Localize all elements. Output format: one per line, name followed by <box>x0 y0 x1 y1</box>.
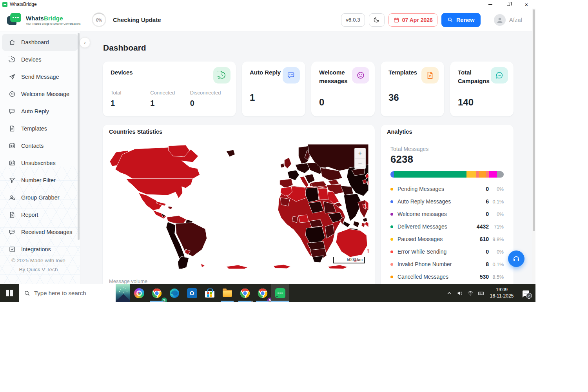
support-fab-button[interactable] <box>508 250 524 267</box>
legend-count: 6 <box>486 198 489 205</box>
wifi-icon[interactable] <box>465 284 475 302</box>
sidebar-item-auto-reply[interactable]: Auto Reply <box>2 103 78 120</box>
brand-logo: WhatsBridge Your Trusted Bridge to Smart… <box>7 13 84 27</box>
map-zoom-in-button[interactable]: + <box>355 148 365 158</box>
stat-label: Disconnected <box>190 90 230 96</box>
sidebar-item-send-message[interactable]: Send Message <box>2 68 78 85</box>
touch-keyboard-icon[interactable] <box>475 284 486 302</box>
taskbar-app-chrome[interactable] <box>236 284 254 302</box>
tray-chevron-up-icon[interactable] <box>444 284 454 302</box>
legend-percent: 0% <box>492 249 504 255</box>
theme-toggle-button[interactable] <box>369 13 385 27</box>
notification-badge: 2 <box>526 293 532 299</box>
taskbar-app-whatsbridge[interactable] <box>271 284 289 302</box>
chat-dots-icon <box>283 67 300 83</box>
taskbar-app-copilot[interactable] <box>130 284 148 302</box>
sidebar-item-label: Devices <box>21 56 42 63</box>
app-scrollbar-thumb[interactable] <box>533 9 535 231</box>
legend-row: Pending Messages00% <box>390 183 504 195</box>
taskbar-app-outlook[interactable]: O <box>183 284 201 302</box>
taskbar-open-indicator <box>150 301 163 302</box>
legend-percent: 9.8% <box>492 237 504 242</box>
legend-label: Delivered Messages <box>397 223 447 230</box>
renew-button[interactable]: Renew <box>441 13 481 27</box>
legend-dot <box>390 188 393 191</box>
sidebar-item-welcome-message[interactable]: Welcome Message <box>2 85 78 103</box>
sidebar-item-number-filter[interactable]: Number Filter <box>2 172 78 189</box>
map-zoom-out-button[interactable]: − <box>355 158 365 169</box>
legend-label: Invalid Phone Number <box>397 261 452 267</box>
search-icon <box>447 17 453 23</box>
chat-icon <box>8 229 16 236</box>
total-campaigns-card[interactable]: Total Campaigns 140 <box>450 62 514 116</box>
whatsapp-icon <box>213 67 230 83</box>
sidebar-item-received-messages[interactable]: Received Messages <box>2 223 78 241</box>
taskbar-clock[interactable]: 19:09 16-11-2025 <box>486 287 517 299</box>
sidebar-item-group-grabber[interactable]: Group Grabber <box>2 189 78 206</box>
sidebar-item-templates[interactable]: Templates <box>2 120 78 137</box>
sidebar-scrollbar[interactable] <box>78 33 80 240</box>
sidebar-item-devices[interactable]: Devices <box>2 51 78 68</box>
sidebar-item-unsubscribes[interactable]: Unsubscribes <box>2 154 78 172</box>
user-menu[interactable]: Afzal <box>494 14 522 26</box>
card-title: Templates <box>388 68 426 77</box>
legend-label: Paused Messages <box>397 236 443 242</box>
search-highlight-image[interactable] <box>116 284 130 302</box>
brand-name: WhatsBridge <box>26 15 81 22</box>
taskbar-app-store[interactable] <box>201 284 218 302</box>
taskbar-app-chrome-n[interactable]: N <box>254 284 271 302</box>
sidebar-collapse-button[interactable]: ‹ <box>80 37 90 48</box>
license-expiry-badge[interactable]: 07 Apr 2026 <box>388 13 437 27</box>
card-title: Devices <box>111 68 148 77</box>
sidebar-item-report[interactable]: Report <box>2 206 78 223</box>
sidebar-item-label: Dashboard <box>21 39 49 45</box>
templates-card[interactable]: Templates 36 <box>381 62 444 116</box>
checkbox-icon <box>8 246 16 253</box>
bar-segment <box>479 171 486 178</box>
legend-values: 00% <box>486 186 504 192</box>
avatar <box>494 14 506 26</box>
outlook-icon: O <box>187 288 197 298</box>
taskbar-multi-window-indicator <box>269 301 271 302</box>
system-tray: 19:09 16-11-2025 2 <box>444 284 535 302</box>
sidebar-item-contacts[interactable]: Contacts <box>2 137 78 154</box>
sidebar: DashboardDevicesSend MessageWelcome Mess… <box>0 31 80 284</box>
speaker-icon[interactable] <box>454 284 465 302</box>
sidebar-item-label: Number Filter <box>21 177 56 183</box>
smiley-icon <box>8 91 16 98</box>
minimize-button[interactable] <box>481 0 499 9</box>
legend-dot <box>390 200 393 203</box>
devices-stat: Connected1 <box>150 90 190 108</box>
restore-button[interactable] <box>499 0 517 9</box>
legend-dot <box>390 238 393 241</box>
windows-taskbar: Type here to search SON 19:09 16-11-2025 <box>0 284 535 302</box>
close-button[interactable]: × <box>517 0 535 9</box>
sidebar-item-dashboard[interactable]: Dashboard <box>2 34 78 51</box>
auto-reply-card[interactable]: Auto Reply 1 <box>242 62 305 116</box>
legend-percent: 71% <box>492 224 504 230</box>
welcome-messages-card[interactable]: Welcome messages 0 <box>311 62 375 116</box>
taskbar-app-edge[interactable] <box>165 284 183 302</box>
taskbar-search-box[interactable]: Type here to search <box>19 284 130 302</box>
sidebar-item-label: Send Message <box>21 74 59 80</box>
sidebar-item-label: Group Grabber <box>21 194 60 201</box>
taskbar-open-indicator <box>256 301 269 302</box>
legend-percent: 0.1% <box>492 199 504 205</box>
app-scrollbar[interactable] <box>532 9 535 284</box>
notification-center-button[interactable]: 2 <box>517 284 534 302</box>
moon-icon <box>373 16 380 23</box>
main-content: Dashboard Devices Total1Connected1Discon… <box>80 31 532 284</box>
taskbar-app-chrome-s[interactable]: S <box>148 284 165 302</box>
window-titlebar: WhatsBridge × <box>0 0 535 9</box>
headset-icon <box>512 255 520 263</box>
stat-value: 1 <box>111 99 150 108</box>
devices-card[interactable]: Devices Total1Connected1Disconnected0 <box>103 62 236 116</box>
taskbar-app-folder[interactable] <box>218 284 236 302</box>
sidebar-item-integrations[interactable]: Integrations <box>2 241 78 258</box>
legend-count: 8 <box>486 261 489 267</box>
legend-dot <box>390 263 393 266</box>
legend-percent: 0% <box>492 212 504 217</box>
countries-card-title: Countries Statistics <box>103 125 375 139</box>
world-map[interactable]: + − 5000 km <box>109 144 368 269</box>
start-button[interactable] <box>0 284 19 302</box>
